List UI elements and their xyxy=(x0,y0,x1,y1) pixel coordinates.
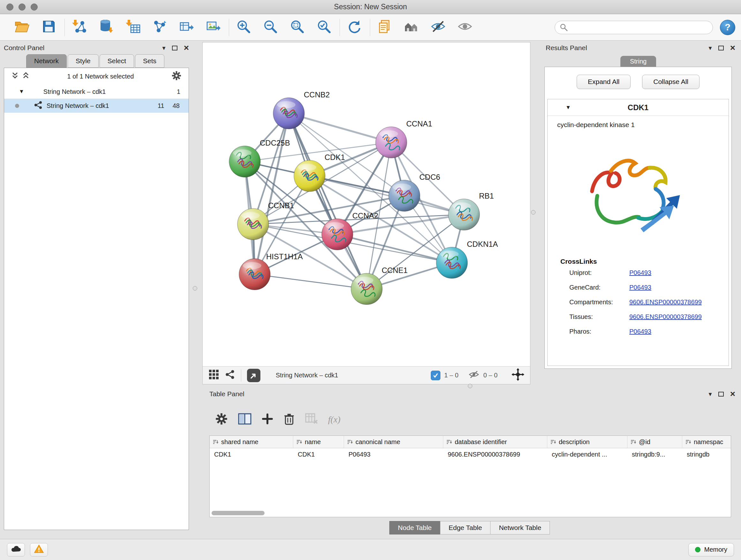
expand-all-button[interactable]: Expand All xyxy=(577,75,630,89)
crosslink-compartments-link[interactable]: 9606.ENSP00000378699 xyxy=(629,299,702,306)
minimize-window-button[interactable] xyxy=(18,3,25,10)
selected-items-checkbox[interactable] xyxy=(431,371,441,380)
network-arrows-icon xyxy=(152,19,167,35)
table-toolbar: f(x) xyxy=(215,411,340,428)
table-panel-maximize-icon[interactable] xyxy=(718,392,724,396)
splitter-handle-left[interactable] xyxy=(193,286,197,291)
control-panel-close-icon[interactable]: × xyxy=(184,44,189,52)
cell-shared-name[interactable]: CDK1 xyxy=(210,448,293,460)
network-graph[interactable]: CCNB2CCNA1CDC25BCDK1CDC6RB1CCNB1CCNA2CDK… xyxy=(203,43,530,366)
open-folder-icon xyxy=(14,20,30,35)
import-network-from-database-button[interactable] xyxy=(97,17,115,38)
function-builder-button[interactable]: f(x) xyxy=(328,415,340,425)
network-collection-row[interactable]: ▼ String Network – cdk1 1 xyxy=(4,84,189,99)
tab-network-table[interactable]: Network Table xyxy=(490,521,550,535)
zoom-in-button[interactable] xyxy=(234,17,253,38)
column-header-shared-name[interactable]: shared name xyxy=(210,436,293,448)
tab-string-results[interactable]: String xyxy=(620,56,656,67)
network-canvas[interactable]: CCNB2CCNA1CDC25BCDK1CDC6RB1CCNB1CCNA2CDK… xyxy=(203,43,530,366)
fit-content-crosshair-icon[interactable] xyxy=(512,368,524,382)
cell-name[interactable]: CDK1 xyxy=(293,448,344,460)
zoom-window-button[interactable] xyxy=(30,3,38,10)
annotations-button[interactable] xyxy=(375,17,394,38)
protein-card-header[interactable]: ▼ CDK1 xyxy=(548,99,729,116)
collapse-all-networks-icon[interactable] xyxy=(11,71,19,81)
column-header-database-identifier[interactable]: database identifier xyxy=(443,436,547,448)
crosslink-uniprot-link[interactable]: P06493 xyxy=(629,269,651,276)
close-window-button[interactable] xyxy=(6,3,13,10)
column-header-at-id[interactable]: @id xyxy=(627,436,682,448)
column-header-namespace[interactable]: namespac xyxy=(682,436,731,448)
grid-view-icon[interactable] xyxy=(208,369,219,381)
tab-edge-table[interactable]: Edge Table xyxy=(440,521,491,535)
memory-button[interactable]: Memory xyxy=(688,543,734,557)
zoom-selected-button[interactable] xyxy=(315,17,333,38)
crosslink-genecard-link[interactable]: P06493 xyxy=(629,284,651,291)
hidden-items-eye-slash-icon[interactable] xyxy=(468,370,480,381)
results-panel-maximize-icon[interactable] xyxy=(718,46,724,51)
table-options-gear-icon[interactable] xyxy=(215,413,228,427)
tab-sets[interactable]: Sets xyxy=(135,54,164,68)
cell-canonical-name[interactable]: P06493 xyxy=(344,448,443,460)
import-network-icon xyxy=(71,19,87,36)
svg-text:CCNA2: CCNA2 xyxy=(352,211,378,220)
cell-database-identifier[interactable]: 9606.ENSP00000378699 xyxy=(443,448,547,460)
clone-network-button[interactable] xyxy=(150,17,169,38)
warnings-button[interactable] xyxy=(30,543,48,557)
table-panel-float-icon[interactable]: ▾ xyxy=(709,391,712,397)
add-column-icon[interactable] xyxy=(262,413,273,426)
help-button[interactable]: ? xyxy=(720,20,735,35)
search-input[interactable] xyxy=(555,21,713,34)
table-tabs: Node Table Edge Table Network Table xyxy=(204,521,735,535)
collection-expand-caret[interactable]: ▼ xyxy=(19,88,24,95)
results-panel-close-icon[interactable]: × xyxy=(730,44,735,52)
import-table-from-file-button[interactable] xyxy=(124,17,142,38)
crosslink-tissues-link[interactable]: 9606.ENSP00000378699 xyxy=(629,313,702,320)
splitter-handle-bottom[interactable] xyxy=(468,384,472,388)
network-overview-button[interactable] xyxy=(402,17,421,38)
open-session-button[interactable] xyxy=(13,17,31,38)
save-session-button[interactable] xyxy=(40,17,58,38)
zoom-fit-button[interactable] xyxy=(288,17,307,38)
cell-namespace[interactable]: stringdb xyxy=(682,448,731,460)
column-header-canonical-name[interactable]: canonical name xyxy=(344,436,443,448)
expand-all-networks-icon[interactable] xyxy=(22,71,30,81)
table-row[interactable]: CDK1 CDK1 P06493 9606.ENSP00000378699 cy… xyxy=(210,448,731,460)
export-network-button[interactable] xyxy=(177,17,196,38)
detach-view-button[interactable] xyxy=(247,369,260,382)
horizontal-scrollbar[interactable] xyxy=(212,511,729,515)
show-graphics-details-button[interactable] xyxy=(456,17,474,38)
import-network-from-file-button[interactable] xyxy=(70,17,88,38)
help-question-glyph: ? xyxy=(725,22,731,33)
database-icon xyxy=(99,19,113,36)
cell-description[interactable]: cyclin-dependent ... xyxy=(547,448,627,460)
table-panel-close-icon[interactable]: × xyxy=(730,389,735,398)
network-row-selected[interactable]: String Network – cdk1 11 48 xyxy=(4,99,189,113)
cloud-services-button[interactable] xyxy=(7,543,25,557)
zoom-out-button[interactable] xyxy=(261,17,280,38)
column-header-description[interactable]: description xyxy=(547,436,627,448)
tab-node-table[interactable]: Node Table xyxy=(389,521,441,535)
control-panel-float-icon[interactable]: ▾ xyxy=(162,45,165,51)
tab-style[interactable]: Style xyxy=(68,54,98,68)
cell-at-id[interactable]: stringdb:9... xyxy=(627,448,682,460)
svg-text:CCNB1: CCNB1 xyxy=(268,201,294,210)
hide-graphics-details-button[interactable] xyxy=(429,17,448,38)
control-panel: Control Panel ▾ × Network Style Select S… xyxy=(4,42,189,530)
protein-expand-caret[interactable]: ▼ xyxy=(565,105,571,111)
network-share-icon[interactable] xyxy=(225,369,235,381)
network-options-gear-icon[interactable] xyxy=(172,71,182,82)
tab-select[interactable]: Select xyxy=(99,54,134,68)
refresh-layout-button[interactable] xyxy=(345,17,363,38)
delete-column-icon[interactable] xyxy=(283,413,295,427)
crosslink-pharos-link[interactable]: P06493 xyxy=(629,328,651,335)
tab-network[interactable]: Network xyxy=(26,54,67,68)
scrollbar-thumb[interactable] xyxy=(212,511,265,515)
results-panel-float-icon[interactable]: ▾ xyxy=(709,45,712,51)
control-panel-maximize-icon[interactable] xyxy=(172,46,178,51)
show-columns-icon[interactable] xyxy=(238,413,252,426)
column-header-name[interactable]: name xyxy=(293,436,344,448)
memory-label: Memory xyxy=(704,546,727,553)
export-image-button[interactable] xyxy=(204,17,222,38)
collapse-all-button[interactable]: Collapse All xyxy=(642,75,699,89)
